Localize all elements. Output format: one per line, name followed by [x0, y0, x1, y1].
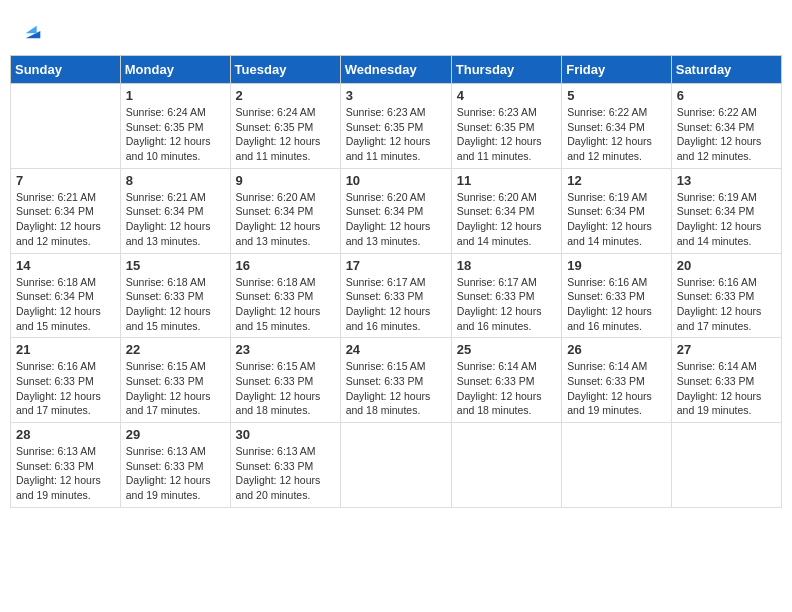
day-info: Sunrise: 6:23 AM Sunset: 6:35 PM Dayligh…: [457, 105, 556, 164]
day-info: Sunrise: 6:16 AM Sunset: 6:33 PM Dayligh…: [677, 275, 776, 334]
day-info: Sunrise: 6:22 AM Sunset: 6:34 PM Dayligh…: [567, 105, 666, 164]
day-number: 13: [677, 173, 776, 188]
day-number: 1: [126, 88, 225, 103]
calendar-cell: 5Sunrise: 6:22 AM Sunset: 6:34 PM Daylig…: [562, 84, 672, 169]
calendar-cell: 12Sunrise: 6:19 AM Sunset: 6:34 PM Dayli…: [562, 168, 672, 253]
calendar-cell: 19Sunrise: 6:16 AM Sunset: 6:33 PM Dayli…: [562, 253, 672, 338]
column-header-saturday: Saturday: [671, 56, 781, 84]
day-number: 5: [567, 88, 666, 103]
calendar-week-row: 21Sunrise: 6:16 AM Sunset: 6:33 PM Dayli…: [11, 338, 782, 423]
header: [10, 10, 782, 47]
day-info: Sunrise: 6:16 AM Sunset: 6:33 PM Dayligh…: [16, 359, 115, 418]
day-number: 3: [346, 88, 446, 103]
calendar-cell: 15Sunrise: 6:18 AM Sunset: 6:33 PM Dayli…: [120, 253, 230, 338]
calendar-cell: [562, 423, 672, 508]
calendar-cell: 26Sunrise: 6:14 AM Sunset: 6:33 PM Dayli…: [562, 338, 672, 423]
calendar-cell: 8Sunrise: 6:21 AM Sunset: 6:34 PM Daylig…: [120, 168, 230, 253]
day-number: 9: [236, 173, 335, 188]
day-info: Sunrise: 6:20 AM Sunset: 6:34 PM Dayligh…: [346, 190, 446, 249]
day-number: 14: [16, 258, 115, 273]
day-number: 15: [126, 258, 225, 273]
calendar-cell: [340, 423, 451, 508]
calendar-cell: 3Sunrise: 6:23 AM Sunset: 6:35 PM Daylig…: [340, 84, 451, 169]
logo-icon: [22, 20, 44, 42]
calendar-cell: 1Sunrise: 6:24 AM Sunset: 6:35 PM Daylig…: [120, 84, 230, 169]
day-number: 6: [677, 88, 776, 103]
calendar-cell: 7Sunrise: 6:21 AM Sunset: 6:34 PM Daylig…: [11, 168, 121, 253]
calendar-cell: 6Sunrise: 6:22 AM Sunset: 6:34 PM Daylig…: [671, 84, 781, 169]
day-number: 25: [457, 342, 556, 357]
calendar-week-row: 7Sunrise: 6:21 AM Sunset: 6:34 PM Daylig…: [11, 168, 782, 253]
day-number: 17: [346, 258, 446, 273]
calendar-cell: 11Sunrise: 6:20 AM Sunset: 6:34 PM Dayli…: [451, 168, 561, 253]
day-number: 28: [16, 427, 115, 442]
day-info: Sunrise: 6:18 AM Sunset: 6:34 PM Dayligh…: [16, 275, 115, 334]
calendar-cell: 25Sunrise: 6:14 AM Sunset: 6:33 PM Dayli…: [451, 338, 561, 423]
calendar-cell: 9Sunrise: 6:20 AM Sunset: 6:34 PM Daylig…: [230, 168, 340, 253]
calendar-cell: 4Sunrise: 6:23 AM Sunset: 6:35 PM Daylig…: [451, 84, 561, 169]
calendar-cell: 16Sunrise: 6:18 AM Sunset: 6:33 PM Dayli…: [230, 253, 340, 338]
day-info: Sunrise: 6:24 AM Sunset: 6:35 PM Dayligh…: [126, 105, 225, 164]
day-info: Sunrise: 6:17 AM Sunset: 6:33 PM Dayligh…: [346, 275, 446, 334]
calendar-cell: 20Sunrise: 6:16 AM Sunset: 6:33 PM Dayli…: [671, 253, 781, 338]
calendar-cell: 2Sunrise: 6:24 AM Sunset: 6:35 PM Daylig…: [230, 84, 340, 169]
day-number: 11: [457, 173, 556, 188]
day-number: 7: [16, 173, 115, 188]
calendar-cell: 13Sunrise: 6:19 AM Sunset: 6:34 PM Dayli…: [671, 168, 781, 253]
day-info: Sunrise: 6:21 AM Sunset: 6:34 PM Dayligh…: [126, 190, 225, 249]
calendar-cell: [11, 84, 121, 169]
day-info: Sunrise: 6:18 AM Sunset: 6:33 PM Dayligh…: [236, 275, 335, 334]
day-info: Sunrise: 6:13 AM Sunset: 6:33 PM Dayligh…: [16, 444, 115, 503]
day-info: Sunrise: 6:14 AM Sunset: 6:33 PM Dayligh…: [567, 359, 666, 418]
day-info: Sunrise: 6:18 AM Sunset: 6:33 PM Dayligh…: [126, 275, 225, 334]
day-info: Sunrise: 6:13 AM Sunset: 6:33 PM Dayligh…: [236, 444, 335, 503]
calendar-week-row: 1Sunrise: 6:24 AM Sunset: 6:35 PM Daylig…: [11, 84, 782, 169]
calendar-cell: 24Sunrise: 6:15 AM Sunset: 6:33 PM Dayli…: [340, 338, 451, 423]
column-header-friday: Friday: [562, 56, 672, 84]
day-info: Sunrise: 6:14 AM Sunset: 6:33 PM Dayligh…: [677, 359, 776, 418]
column-header-monday: Monday: [120, 56, 230, 84]
day-number: 4: [457, 88, 556, 103]
day-info: Sunrise: 6:17 AM Sunset: 6:33 PM Dayligh…: [457, 275, 556, 334]
day-number: 10: [346, 173, 446, 188]
day-info: Sunrise: 6:13 AM Sunset: 6:33 PM Dayligh…: [126, 444, 225, 503]
calendar-cell: 17Sunrise: 6:17 AM Sunset: 6:33 PM Dayli…: [340, 253, 451, 338]
calendar-cell: 21Sunrise: 6:16 AM Sunset: 6:33 PM Dayli…: [11, 338, 121, 423]
column-header-sunday: Sunday: [11, 56, 121, 84]
day-number: 18: [457, 258, 556, 273]
day-number: 20: [677, 258, 776, 273]
day-info: Sunrise: 6:21 AM Sunset: 6:34 PM Dayligh…: [16, 190, 115, 249]
day-info: Sunrise: 6:16 AM Sunset: 6:33 PM Dayligh…: [567, 275, 666, 334]
day-number: 30: [236, 427, 335, 442]
calendar-table: SundayMondayTuesdayWednesdayThursdayFrid…: [10, 55, 782, 508]
day-info: Sunrise: 6:15 AM Sunset: 6:33 PM Dayligh…: [346, 359, 446, 418]
day-info: Sunrise: 6:24 AM Sunset: 6:35 PM Dayligh…: [236, 105, 335, 164]
day-number: 19: [567, 258, 666, 273]
column-header-tuesday: Tuesday: [230, 56, 340, 84]
day-info: Sunrise: 6:14 AM Sunset: 6:33 PM Dayligh…: [457, 359, 556, 418]
day-number: 21: [16, 342, 115, 357]
calendar-header-row: SundayMondayTuesdayWednesdayThursdayFrid…: [11, 56, 782, 84]
column-header-thursday: Thursday: [451, 56, 561, 84]
calendar-week-row: 28Sunrise: 6:13 AM Sunset: 6:33 PM Dayli…: [11, 423, 782, 508]
day-number: 2: [236, 88, 335, 103]
day-number: 8: [126, 173, 225, 188]
calendar-cell: 23Sunrise: 6:15 AM Sunset: 6:33 PM Dayli…: [230, 338, 340, 423]
calendar-cell: [451, 423, 561, 508]
day-info: Sunrise: 6:20 AM Sunset: 6:34 PM Dayligh…: [457, 190, 556, 249]
day-number: 24: [346, 342, 446, 357]
calendar-cell: 22Sunrise: 6:15 AM Sunset: 6:33 PM Dayli…: [120, 338, 230, 423]
day-info: Sunrise: 6:15 AM Sunset: 6:33 PM Dayligh…: [236, 359, 335, 418]
svg-marker-1: [26, 26, 37, 33]
day-number: 29: [126, 427, 225, 442]
day-info: Sunrise: 6:23 AM Sunset: 6:35 PM Dayligh…: [346, 105, 446, 164]
calendar-cell: 10Sunrise: 6:20 AM Sunset: 6:34 PM Dayli…: [340, 168, 451, 253]
day-number: 16: [236, 258, 335, 273]
day-info: Sunrise: 6:20 AM Sunset: 6:34 PM Dayligh…: [236, 190, 335, 249]
day-number: 22: [126, 342, 225, 357]
calendar-cell: 29Sunrise: 6:13 AM Sunset: 6:33 PM Dayli…: [120, 423, 230, 508]
day-info: Sunrise: 6:19 AM Sunset: 6:34 PM Dayligh…: [567, 190, 666, 249]
day-info: Sunrise: 6:15 AM Sunset: 6:33 PM Dayligh…: [126, 359, 225, 418]
calendar-week-row: 14Sunrise: 6:18 AM Sunset: 6:34 PM Dayli…: [11, 253, 782, 338]
day-info: Sunrise: 6:19 AM Sunset: 6:34 PM Dayligh…: [677, 190, 776, 249]
